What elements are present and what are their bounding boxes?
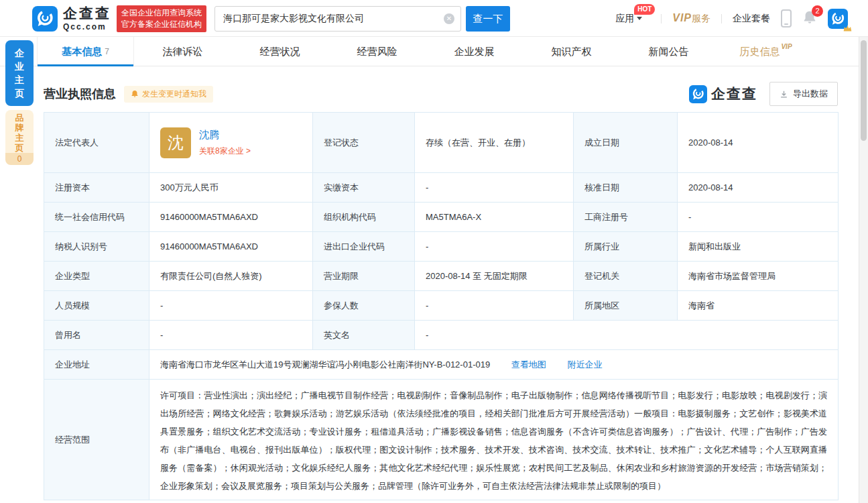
view-map-link[interactable]: 查看地图: [511, 359, 546, 370]
field-label: 参保人数: [313, 291, 415, 321]
tab-basic-info[interactable]: 基本信息 7: [37, 37, 134, 66]
divider: [721, 14, 722, 23]
logo-brand-text: 企查查: [63, 6, 111, 21]
table-row: 经营范围 许可项目：营业性演出；演出经纪；广播电视节目制作经营；电视剧制作；音像…: [44, 380, 839, 500]
field-value: 2020-08-14: [678, 113, 839, 173]
sidebar-item-brand-home[interactable]: 品牌主页 0: [5, 110, 34, 164]
field-label: 统一社会信用代码: [44, 203, 149, 232]
apps-label: 应用: [615, 13, 634, 23]
enterprise-package-link[interactable]: 企业套餐: [733, 13, 770, 25]
tab-news-announcements[interactable]: 新闻公告: [620, 37, 717, 66]
legal-rep-name-link[interactable]: 沈腾: [199, 129, 251, 142]
vip-tag: VIP: [781, 43, 792, 50]
cert-line1: 全国企业信用查询系统: [121, 7, 202, 19]
field-label: 所属地区: [574, 291, 678, 321]
download-icon: [780, 90, 788, 99]
search-button[interactable]: 查一下: [466, 6, 510, 32]
user-avatar[interactable]: [828, 9, 848, 29]
avatar[interactable]: 沈: [160, 127, 191, 158]
field-value: 海南省: [678, 291, 839, 321]
top-header: 企查查 Qcc.com 全国企业信用查询系统 官方备案企业征信机构 ✕ 查一下 …: [0, 0, 868, 37]
field-value: -: [149, 321, 313, 350]
field-label: 企业地址: [44, 350, 149, 380]
legal-rep-cell: 沈 沈腾 关联8家企业 >: [149, 113, 313, 173]
field-label: 纳税人识别号: [44, 232, 149, 262]
field-label: 核准日期: [574, 173, 678, 203]
logo-domain-text: Qcc.com: [63, 22, 111, 32]
bell-icon: [131, 90, 139, 98]
field-label: 成立日期: [574, 113, 678, 173]
field-value: 91460000MA5TMA6AXD: [149, 232, 313, 262]
field-value: -: [149, 291, 313, 321]
tab-count: 7: [105, 47, 109, 56]
field-label: 登记状态: [313, 113, 415, 173]
search-input[interactable]: [214, 6, 461, 32]
field-value: -: [678, 203, 839, 232]
field-label: 经营范围: [44, 380, 149, 500]
mobile-app-icon[interactable]: [781, 9, 792, 27]
notifications-bell[interactable]: 2: [802, 10, 817, 27]
scrollbar-thumb[interactable]: [861, 40, 867, 141]
table-row: 企业类型 有限责任公司(自然人独资) 营业期限 2020-08-14 至 无固定…: [44, 262, 839, 291]
table-row: 注册资本 300万元人民币 实缴资本 - 核准日期 2020-08-14: [44, 173, 839, 203]
field-value: 海南省市场监督管理局: [678, 262, 839, 291]
table-row: 纳税人识别号 91460000MA5TMA6AXD 进出口企业代码 - 所属行业…: [44, 232, 839, 262]
change-notify-chip[interactable]: 发生变更时通知我: [124, 86, 213, 103]
field-label: 英文名: [313, 321, 415, 350]
section-header: 营业执照信息 发生变更时通知我 企查查 导出数据: [44, 80, 838, 107]
nearby-companies-link[interactable]: 附近企业: [567, 359, 602, 370]
field-label: 人员规模: [44, 291, 149, 321]
field-value: 新闻和出版业: [678, 232, 839, 262]
field-value: 2020-08-14 至 无固定期限: [415, 262, 574, 291]
table-row: 企业地址 海南省海口市龙华区羊山大道19号观澜湖华谊冯小刚电影公社南洋街NY-B…: [44, 350, 839, 380]
company-address-cell: 海南省海口市龙华区羊山大道19号观澜湖华谊冯小刚电影公社南洋街NY-B-012-…: [149, 350, 839, 380]
section-title: 营业执照信息: [44, 86, 116, 102]
sidebar-item-company-home[interactable]: 企业主页: [5, 40, 34, 106]
export-data-button[interactable]: 导出数据: [769, 82, 838, 106]
field-value: -: [415, 173, 574, 203]
tab-operating-risk[interactable]: 经营风险: [328, 37, 426, 66]
table-row: 法定代表人 沈 沈腾 关联8家企业 > 登记状态 存续（在营、开业、在册） 成立…: [44, 113, 839, 173]
field-value: MA5TMA6A-X: [415, 203, 574, 232]
field-label: 所属行业: [574, 232, 678, 262]
field-value: 300万元人民币: [149, 173, 313, 203]
header-nav: 应用 HOT VIP服务 企业套餐 2: [615, 0, 848, 37]
qcc-watermark-icon: [689, 85, 707, 103]
field-value: -: [415, 232, 574, 262]
field-label: 实缴资本: [313, 173, 415, 203]
brand-count-badge: 0: [5, 153, 34, 165]
apps-menu[interactable]: 应用 HOT: [615, 13, 650, 25]
field-label: 法定代表人: [44, 113, 149, 173]
tab-company-development[interactable]: 企业发展: [426, 37, 523, 66]
field-label: 登记机关: [574, 262, 678, 291]
field-value: 2020-08-14: [678, 173, 839, 203]
certification-badge: 全国企业信用查询系统 官方备案企业征信机构: [117, 5, 206, 32]
tab-operating-status[interactable]: 经营状况: [231, 37, 328, 66]
vip-services-link[interactable]: VIP服务: [672, 12, 710, 25]
tab-intellectual-property[interactable]: 知识产权: [523, 37, 620, 66]
field-label: 曾用名: [44, 321, 149, 350]
tab-history-info[interactable]: 历史信息 VIP: [717, 37, 814, 66]
field-label: 组织机构代码: [313, 203, 415, 232]
field-label: 工商注册号: [574, 203, 678, 232]
business-scope-text: 许可项目：营业性演出；演出经纪；广播电视节目制作经营；电视剧制作；音像制品制作；…: [149, 380, 839, 500]
table-row: 曾用名 - 英文名 -: [44, 321, 839, 350]
related-companies-link[interactable]: 关联8家企业 >: [199, 146, 251, 157]
table-row: 统一社会信用代码 91460000MA5TMA6AXD 组织机构代码 MA5TM…: [44, 203, 839, 232]
qcc-logo[interactable]: 企查查 Qcc.com 全国企业信用查询系统 官方备案企业征信机构: [32, 5, 206, 32]
scrollbar-track[interactable]: [859, 37, 868, 503]
field-value: 存续（在营、开业、在册）: [415, 113, 574, 173]
field-label: 注册资本: [44, 173, 149, 203]
search-bar: ✕ 查一下: [214, 6, 510, 32]
vip-crown-icon: [843, 25, 852, 32]
field-label: 营业期限: [313, 262, 415, 291]
cert-line2: 官方备案企业征信机构: [121, 19, 202, 30]
business-license-table: 法定代表人 沈 沈腾 关联8家企业 > 登记状态 存续（在营、开业、在册） 成立…: [44, 112, 839, 500]
field-value: -: [415, 321, 839, 350]
field-value: 有限责任公司(自然人独资): [149, 262, 313, 291]
tab-legal-litigation[interactable]: 法律诉讼: [134, 37, 231, 66]
divider: [661, 14, 662, 23]
company-address: 海南省海口市龙华区羊山大道19号观澜湖华谊冯小刚电影公社南洋街NY-B-012-…: [160, 359, 490, 370]
clear-search-icon[interactable]: ✕: [444, 13, 454, 24]
field-label: 企业类型: [44, 262, 149, 291]
